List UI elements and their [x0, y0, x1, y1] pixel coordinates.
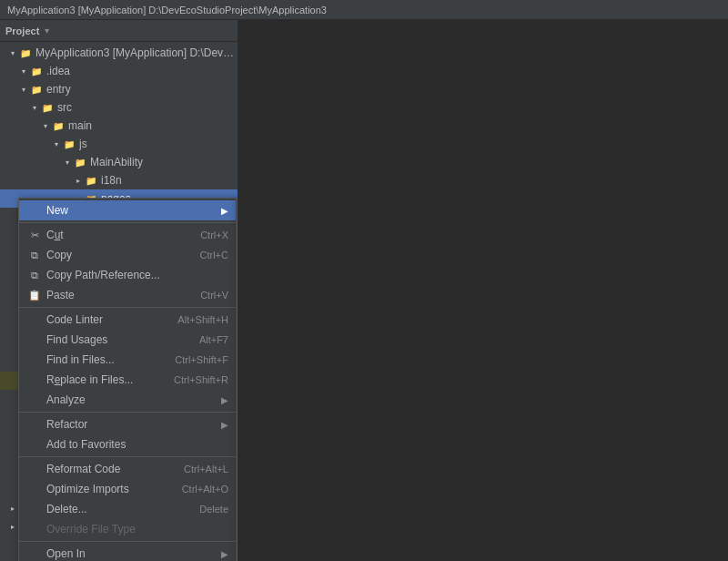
tree-item-entry[interactable]: 📁entry — [0, 80, 238, 98]
tree-arrow-scratches[interactable] — [7, 521, 18, 532]
tree-item-js[interactable]: 📁js — [0, 135, 238, 153]
ide-window: MyApplication3 [MyApplication] D:\DevEco… — [0, 0, 728, 561]
tree-arrow-idea[interactable] — [18, 66, 29, 76]
dropdown-icon[interactable]: ▾ — [45, 26, 49, 36]
submenu-new-visual[interactable]: V Visual — [238, 541, 238, 561]
context-menu[interactable]: New ▶ ✂ Cut Ctrl+X ⧉ Copy Ctrl+C — [18, 198, 237, 561]
tree-item-i18n[interactable]: 📁i18n — [0, 171, 238, 189]
tree-item-src[interactable]: 📁src — [0, 98, 238, 117]
tree-arrow-main[interactable] — [40, 120, 51, 131]
tree-arrow-extlibs[interactable] — [7, 503, 18, 514]
tree-label-src: src — [57, 101, 72, 114]
findinfiles-shortcut: Ctrl+Shift+F — [175, 354, 228, 365]
tree-item-idea[interactable]: 📁.idea — [0, 62, 238, 80]
menu-item-findinfiles[interactable]: Find in Files... Ctrl+Shift+F — [19, 350, 236, 370]
reformat-icon — [26, 461, 43, 477]
menu-item-optimizeimports[interactable]: Optimize Imports Ctrl+Alt+O — [19, 479, 236, 499]
submenu-new-hmlfile[interactable]: H HML File — [238, 401, 238, 421]
menu-item-cut[interactable]: ✂ Cut Ctrl+X — [19, 225, 236, 245]
tree-arrow-i18n[interactable] — [73, 175, 84, 186]
tree-label-idea: .idea — [46, 65, 70, 77]
tree-item-myapp3[interactable]: 📁MyApplication3 [MyApplication] D:\DevEc… — [0, 44, 238, 62]
menu-item-optimizeimports-label: Optimize Imports — [46, 483, 164, 495]
tree-label-main: main — [68, 119, 92, 132]
menu-item-copy[interactable]: ⧉ Copy Ctrl+C — [19, 245, 236, 265]
tree-icon-src: 📁 — [40, 100, 55, 115]
refactor-icon — [26, 416, 43, 433]
submenu-new-cppclass[interactable]: C C++ Class — [238, 321, 238, 341]
menu-item-findusages-label: Find Usages — [46, 333, 181, 346]
menu-item-copypath-label: Copy Path/Reference... — [46, 269, 228, 281]
addtofav-icon — [26, 436, 43, 453]
overridefile-icon — [26, 521, 43, 537]
separator-4 — [19, 456, 236, 457]
tree-item-mainability[interactable]: 📁MainAbility — [0, 153, 238, 171]
sidebar-header-label: Project — [5, 26, 39, 36]
main-content: Project ▾ 📁MyApplication3 [MyApplication… — [0, 20, 728, 561]
menu-item-cut-label: Cut — [46, 229, 182, 241]
tree-icon-idea: 📁 — [29, 64, 44, 78]
tree-arrow-js[interactable] — [51, 138, 62, 149]
submenu-new-editorconfigfile[interactable]: 📄 EditorConfig File — [238, 441, 238, 461]
tree-arrow-src[interactable] — [29, 102, 40, 113]
openin-arrow-icon: ▶ — [221, 549, 228, 559]
submenu-new-cppheader[interactable]: H C/C++ Header File — [238, 361, 238, 381]
menu-item-openin[interactable]: Open In ▶ — [19, 544, 236, 561]
sidebar: Project ▾ 📁MyApplication3 [MyApplication… — [0, 20, 238, 561]
menu-item-addtofav[interactable]: Add to Favorites — [19, 434, 236, 454]
separator-1 — [19, 222, 236, 223]
tree-icon-i18n: 📁 — [84, 173, 98, 188]
sidebar-header: Project ▾ — [0, 20, 238, 42]
submenu-new-module[interactable]: ⬛ Module... — [238, 200, 238, 220]
menu-item-new[interactable]: New ▶ — [19, 200, 236, 220]
editor-area — [238, 20, 728, 561]
tree-label-js: js — [79, 138, 87, 150]
tree-label-mainability: MainAbility — [90, 156, 143, 168]
submenu-new-cssfile[interactable]: C CSS File — [238, 381, 238, 401]
reformat-shortcut: Ctrl+Alt+L — [184, 464, 228, 474]
tree-label-entry: entry — [46, 83, 71, 96]
submenu-new-resourcefile[interactable]: 📄 Resource File — [238, 220, 238, 240]
menu-item-new-label: New — [46, 204, 214, 217]
submenu-new[interactable]: ⬛ Module... 📄 Resource File 📁 Resource D… — [237, 198, 238, 561]
submenu-new-jsfile[interactable]: JS JavaScript File — [238, 421, 238, 441]
findinfiles-icon — [26, 352, 43, 368]
menu-item-replaceinfiles[interactable]: Replace in Files... Ctrl+Shift+R — [19, 370, 236, 390]
menu-item-findinfiles-label: Find in Files... — [46, 353, 157, 366]
menu-item-paste[interactable]: 📋 Paste Ctrl+V — [19, 285, 236, 305]
tree-icon-main: 📁 — [51, 118, 66, 133]
menu-item-analyze[interactable]: Analyze ▶ — [19, 390, 236, 410]
menu-item-codelinter[interactable]: Code Linter Alt+Shift+H — [19, 310, 236, 330]
submenu-new-resourcedir[interactable]: 📁 Resource Directory — [238, 240, 238, 260]
submenu-new-resourcebundle[interactable]: 📦 Resource Bundle — [238, 461, 238, 481]
menu-item-copypath[interactable]: ⧉ Copy Path/Reference... — [19, 265, 236, 285]
tree-arrow-entry[interactable] — [18, 84, 29, 95]
menu-item-reformat[interactable]: Reformat Code Ctrl+Alt+L — [19, 459, 236, 479]
replaceinfiles-icon — [26, 372, 43, 388]
menu-item-addtofav-label: Add to Favorites — [46, 438, 228, 451]
tree-arrow-mainability[interactable] — [62, 157, 73, 168]
tree-icon-js: 📁 — [62, 137, 76, 151]
submenu-new-directory[interactable]: 📁 Directory — [238, 301, 238, 321]
tree-arrow-myapp3[interactable] — [7, 47, 18, 58]
new-arrow-icon: ▶ — [221, 206, 228, 216]
title-bar: MyApplication3 [MyApplication] D:\DevEco… — [0, 0, 728, 20]
tree-item-main[interactable]: 📁main — [0, 117, 238, 135]
tree-label-i18n: i18n — [101, 174, 122, 187]
submenu-new-ability[interactable]: A Ability ▶ — [238, 481, 238, 501]
menu-item-overridefile-label: Override File Type — [46, 523, 228, 536]
delete-shortcut: Delete — [199, 504, 228, 515]
submenu-new-scratchfile[interactable]: 📄 Scratch File Ctrl+Alt+Shift+Insert — [238, 280, 238, 301]
submenu-new-cppsource[interactable]: C C/C++ Source File — [238, 341, 238, 361]
submenu-new-worker[interactable]: W Worker — [238, 501, 238, 521]
menu-item-delete[interactable]: Delete... Delete — [19, 499, 236, 519]
submenu-new-file[interactable]: 📄 File — [238, 260, 238, 280]
menu-item-refactor[interactable]: Refactor ▶ — [19, 414, 236, 434]
paste-shortcut: Ctrl+V — [200, 290, 228, 301]
findusages-icon — [26, 332, 43, 348]
codelinter-shortcut: Alt+Shift+H — [177, 314, 228, 325]
submenu-new-page[interactable]: 📄 Page — [238, 521, 238, 541]
menu-item-findusages[interactable]: Find Usages Alt+F7 — [19, 330, 236, 350]
title-bar-text: MyApplication3 [MyApplication] D:\DevEco… — [7, 5, 327, 15]
openin-icon — [26, 546, 43, 561]
